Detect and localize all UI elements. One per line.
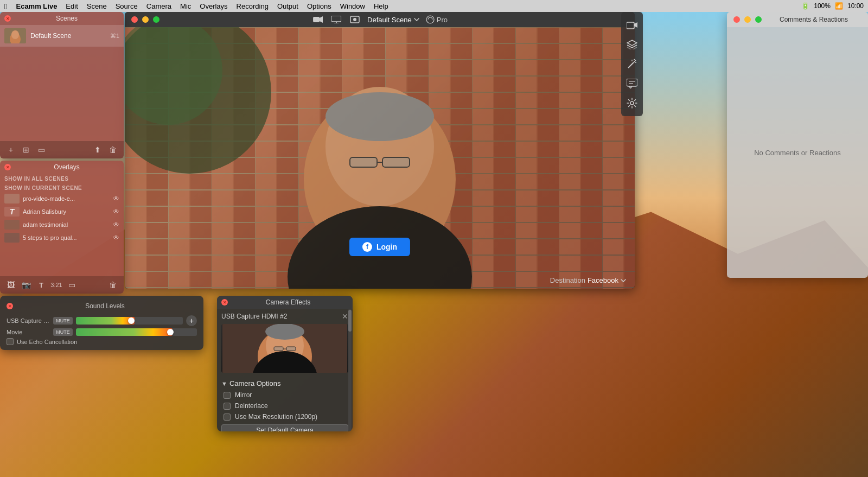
menu-overlays[interactable]: Overlays	[200, 2, 227, 10]
destination-chevron-icon[interactable]	[621, 279, 626, 282]
add-text-overlay-icon[interactable]: T	[35, 278, 48, 291]
folder-scene-icon[interactable]: ▭	[35, 143, 48, 156]
monitor-icon[interactable]	[330, 14, 342, 26]
comment-toolbar-icon[interactable]	[623, 75, 641, 92]
wand-toolbar-icon[interactable]	[623, 55, 641, 73]
delete-overlay-icon[interactable]: 🗑	[106, 278, 119, 291]
max-resolution-label: Use Max Resolution (1200p)	[235, 413, 317, 421]
menu-camera[interactable]: Camera	[146, 2, 171, 10]
comments-close-button[interactable]	[733, 16, 740, 23]
folder-overlay-icon[interactable]: ▭	[65, 278, 78, 291]
video-preview: f Login Destination Facebook	[125, 27, 635, 289]
gear-toolbar-icon[interactable]	[623, 94, 641, 112]
overlay-eye-icon-3[interactable]: 👁	[113, 234, 119, 241]
fullscreen-button[interactable]	[153, 16, 159, 23]
pro-badge[interactable]: Pro	[426, 15, 448, 24]
app-name[interactable]: Ecamm Live	[16, 2, 57, 10]
add-source-button[interactable]: +	[186, 315, 197, 326]
overlay-text-eye-icon[interactable]: 👁	[113, 208, 119, 215]
menu-output[interactable]: Output	[277, 2, 298, 10]
menu-recording[interactable]: Recording	[237, 2, 269, 10]
menu-window[interactable]: Window	[340, 2, 365, 10]
camera-close-button[interactable]: ✕	[221, 299, 228, 306]
menu-options[interactable]: Options	[307, 2, 331, 10]
camera-panel-scrollbar[interactable]	[348, 309, 352, 431]
duplicate-scene-icon[interactable]: ⊞	[20, 143, 33, 156]
menu-help[interactable]: Help	[374, 2, 388, 10]
svg-rect-2	[331, 16, 341, 22]
sound-close-button[interactable]: ✕	[7, 303, 13, 309]
video-scene: f Login Destination Facebook	[125, 27, 635, 289]
overlays-title: Overlays	[14, 163, 119, 171]
overlay-item-text[interactable]: T Adrian Salisbury 👁	[0, 205, 124, 218]
overlay-thumbnail	[4, 194, 20, 203]
menu-edit[interactable]: Edit	[66, 2, 78, 10]
mute-button-2[interactable]: MUTE	[53, 328, 73, 336]
deinterlace-checkbox[interactable]	[224, 403, 231, 410]
scene-shortcut: ⌘1	[110, 33, 119, 40]
camera-options-header[interactable]: ▼ Camera Options	[217, 377, 353, 390]
comments-minimize-button[interactable]	[744, 16, 751, 23]
overlay-eye-icon-2[interactable]: 👁	[113, 221, 119, 228]
svg-rect-40	[274, 347, 283, 351]
battery-icon: 🔋	[801, 2, 809, 10]
overlay-item-3[interactable]: 5 steps to pro qual... 👁	[0, 231, 124, 244]
add-scene-icon[interactable]: +	[4, 143, 17, 156]
camera-toolbar-icon[interactable]	[623, 16, 641, 34]
video-camera-icon[interactable]	[312, 14, 324, 26]
mirror-checkbox[interactable]	[224, 392, 231, 399]
svg-point-6	[353, 18, 356, 21]
comments-fullscreen-button[interactable]	[755, 16, 762, 23]
scenes-close-button[interactable]: ✕	[4, 15, 11, 22]
camera-source-row: USB Capture HDMI #2 ✕	[217, 309, 353, 324]
add-camera-overlay-icon[interactable]: 📷	[20, 278, 33, 291]
svg-rect-21	[627, 22, 634, 29]
menu-mic[interactable]: Mic	[180, 2, 191, 10]
add-image-overlay-icon[interactable]: 🖼	[4, 278, 17, 291]
scene-dropdown[interactable]: Default Scene	[367, 16, 419, 24]
sound-title: Sound Levels	[13, 302, 197, 310]
close-button[interactable]	[131, 16, 138, 23]
camera-effects-title: Camera Effects	[228, 298, 348, 306]
stream-icon[interactable]	[349, 14, 361, 26]
mute-button-1[interactable]: MUTE	[53, 317, 73, 325]
mirror-option[interactable]: Mirror	[217, 390, 353, 400]
camera-source-close-icon[interactable]: ✕	[342, 312, 348, 321]
sound-meter-2[interactable]	[76, 328, 197, 336]
layers-toolbar-icon[interactable]	[623, 36, 641, 53]
menu-scene[interactable]: Scene	[87, 2, 107, 10]
set-default-camera-button[interactable]: Set Default Camera	[221, 424, 348, 431]
delete-scene-icon[interactable]: 🗑	[106, 143, 119, 156]
sound-meter-1[interactable]	[76, 317, 183, 325]
camera-panel-scrollbar-thumb[interactable]	[348, 310, 352, 332]
overlays-titlebar: ✕ Overlays	[0, 161, 124, 174]
scenes-toolbar: + ⊞ ▭ ⬆ 🗑	[0, 141, 124, 158]
share-scene-icon[interactable]: ⬆	[91, 143, 104, 156]
scenes-title: Scenes	[14, 15, 119, 22]
echo-cancellation-checkbox[interactable]	[7, 338, 14, 345]
svg-line-23	[628, 62, 634, 68]
max-resolution-option[interactable]: Use Max Resolution (1200p)	[217, 411, 353, 422]
deinterlace-label: Deinterlace	[235, 402, 268, 410]
minimize-button[interactable]	[142, 16, 149, 23]
wifi-icon: 📶	[835, 2, 843, 10]
overlays-close-button[interactable]: ✕	[4, 164, 11, 170]
overlay-eye-icon[interactable]: 👁	[113, 195, 119, 202]
menu-source[interactable]: Source	[116, 2, 138, 10]
destination-bar: Destination Facebook	[541, 272, 635, 289]
comments-empty-message: No Comments or Reactions	[754, 149, 841, 157]
overlay-item-2[interactable]: adam testimonial 👁	[0, 218, 124, 231]
deinterlace-option[interactable]: Deinterlace	[217, 400, 353, 411]
apple-menu[interactable]: 	[4, 2, 7, 11]
camera-preview	[221, 324, 348, 373]
svg-rect-41	[286, 347, 296, 351]
overlay-item[interactable]: pro-video-made-e... 👁	[0, 192, 124, 205]
max-resolution-checkbox[interactable]	[224, 414, 231, 421]
login-button[interactable]: f Login	[349, 238, 410, 256]
right-toolbar	[621, 12, 643, 116]
scene-item[interactable]: Default Scene ⌘1	[0, 25, 124, 47]
sound-fill-2	[76, 328, 173, 336]
svg-rect-28	[627, 79, 637, 86]
timer-overlay-icon[interactable]: 3:21	[50, 278, 63, 291]
ecamm-main-window: Default Scene Pro	[125, 12, 635, 289]
